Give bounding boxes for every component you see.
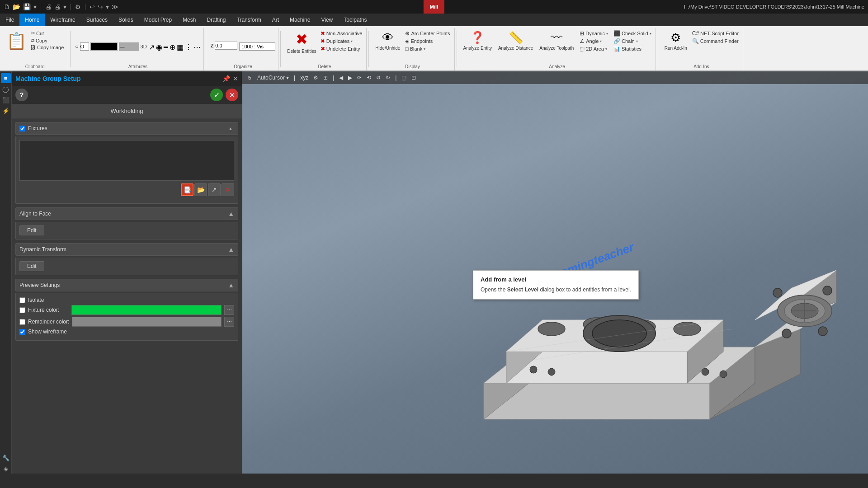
panel-pin-button[interactable]: 📌 — [222, 75, 230, 82]
paste-button[interactable]: 📋 — [5, 30, 28, 52]
color-bar[interactable] — [90, 42, 118, 51]
z-value-input[interactable] — [215, 42, 237, 50]
2d-area-drop-icon[interactable]: ▾ — [605, 47, 607, 51]
add-from-level-button[interactable]: 📑 — [181, 183, 193, 196]
print-icon[interactable]: 🖨 — [45, 3, 52, 10]
2d-area-button[interactable]: ⬚ 2D Area ▾ — [578, 45, 609, 52]
delete-entities-button[interactable]: ✖ Delete Entities — [285, 30, 318, 55]
undelete-button[interactable]: ✖ Undelete Entity — [319, 45, 363, 52]
vp-nav2[interactable]: ▶ — [346, 74, 354, 82]
fixtures-checkbox[interactable] — [19, 126, 25, 131]
menu-file[interactable]: File — [0, 14, 19, 26]
cancel-button[interactable]: ✕ — [226, 89, 238, 101]
menu-wireframe[interactable]: Wireframe — [45, 14, 80, 26]
fixture-color-swatch[interactable] — [71, 305, 222, 315]
dynamic-toggle-icon[interactable]: ▲ — [228, 246, 234, 253]
save-icon[interactable]: 💾 — [23, 3, 31, 10]
remainder-color-checkbox[interactable] — [19, 319, 25, 325]
analyze-entity-button[interactable]: ❓ Analyze Entity — [462, 30, 494, 52]
analyze-distance-button[interactable]: 📏 Analyze Distance — [496, 30, 535, 52]
align-toggle-icon[interactable]: ▲ — [228, 210, 234, 217]
print-dropdown-icon[interactable]: ▾ — [63, 3, 66, 10]
angle-button[interactable]: ∠ Angle ▾ — [578, 38, 609, 45]
add-from-file-button[interactable]: 📂 — [194, 183, 207, 196]
copy-image-button[interactable]: 🖼 Copy Image — [29, 44, 65, 51]
show-wireframe-checkbox[interactable] — [19, 329, 25, 335]
dynamic-button[interactable]: ⊞ Dynamic ▾ — [578, 30, 609, 37]
delete-fixture-button[interactable]: ✕ — [222, 183, 234, 196]
menu-home[interactable]: Home — [19, 14, 45, 26]
menu-view[interactable]: View — [316, 14, 338, 26]
vp-btn-cursor[interactable]: 🖱 — [245, 74, 254, 82]
viewport[interactable]: 🖱 AutoCursor ▾ | xyz ⚙ ⊞ | ◀ ▶ ⟳ ⟲ ↺ ↻ |… — [242, 71, 868, 474]
linetype-select[interactable]: — — [119, 42, 139, 51]
vp-auto-cursor[interactable]: AutoCursor ▾ — [255, 74, 291, 82]
open-icon[interactable]: 📂 — [13, 3, 20, 10]
settings-icon[interactable]: ⚙ — [75, 3, 81, 10]
vp-view1[interactable]: ⬚ — [400, 74, 408, 82]
new-icon[interactable]: 🗋 — [4, 3, 10, 10]
chain-button[interactable]: 🔗 Chain ▾ — [612, 38, 653, 45]
more-icon[interactable]: ≫ — [112, 3, 118, 10]
vp-axis[interactable]: xyz — [298, 74, 310, 82]
cut-button[interactable]: ✂ Cut — [29, 30, 65, 37]
hide-unhide-button[interactable]: 👁 Hide/Unhide — [373, 30, 402, 52]
left-icon-shapes[interactable]: ◯ — [1, 84, 11, 94]
vp-nav5[interactable]: ↺ — [374, 74, 382, 82]
help-button[interactable]: ? — [15, 89, 28, 101]
dynamic-drop-icon[interactable]: ▾ — [606, 32, 608, 36]
isolate-checkbox[interactable] — [19, 297, 25, 303]
redo-icon[interactable]: ↪ — [98, 3, 103, 10]
menu-drafting[interactable]: Drafting — [201, 14, 231, 26]
left-icon-solid[interactable]: ⬛ — [1, 95, 11, 105]
net-script-button[interactable]: C# NET-Script Editor — [691, 30, 740, 37]
left-icon-layers[interactable]: ≡ — [1, 73, 11, 83]
level-input[interactable] — [80, 42, 89, 51]
menu-transform[interactable]: Transform — [231, 14, 267, 26]
preview-toggle-icon[interactable]: ▲ — [228, 282, 234, 289]
check-solid-drop-icon[interactable]: ▾ — [650, 32, 651, 36]
arc-center-points-button[interactable]: ⊕ Arc Center Points — [404, 30, 451, 37]
menu-machine[interactable]: Machine — [284, 14, 316, 26]
fixtures-scroll-up-icon[interactable]: ▲ — [227, 125, 234, 132]
remainder-color-picker-button[interactable]: ⋯ — [224, 317, 234, 327]
align-section-header[interactable]: Align to Face ▲ — [15, 207, 238, 220]
dynamic-section-header[interactable]: Dynamic Transform ▲ — [15, 243, 238, 256]
check-solid-button[interactable]: ⬛ Check Solid ▾ — [612, 30, 653, 37]
panel-close-button[interactable]: ✕ — [233, 75, 238, 82]
dynamic-edit-button[interactable]: Edit — [19, 261, 44, 271]
print-preview-icon[interactable]: 🖨 — [54, 3, 61, 10]
menu-solids[interactable]: Solids — [113, 14, 139, 26]
angle-drop-icon[interactable]: ▾ — [600, 39, 602, 43]
analyze-toolpath-button[interactable]: 〰 Analyze Toolpath — [538, 30, 576, 52]
vp-view2[interactable]: ⊡ — [410, 74, 418, 82]
endpoints-button[interactable]: ◈ Endpoints — [404, 38, 451, 45]
left-icon-materials[interactable]: ◈ — [1, 464, 11, 474]
left-icon-tools[interactable]: 🔧 — [1, 453, 11, 463]
menu-mesh[interactable]: Mesh — [177, 14, 201, 26]
duplicates-button[interactable]: ✖ Duplicates ▾ — [319, 38, 363, 45]
vp-nav4[interactable]: ⟲ — [365, 74, 373, 82]
left-icon-toolpath[interactable]: ⚡ — [1, 106, 11, 116]
fixtures-section-header[interactable]: Fixtures ▲ — [15, 122, 238, 135]
copy-button[interactable]: ⧉ Copy — [29, 37, 65, 44]
menu-art[interactable]: Art — [267, 14, 284, 26]
save-dropdown-icon[interactable]: ▾ — [33, 3, 37, 10]
blank-button[interactable]: □ Blank ▾ — [404, 45, 451, 52]
menu-toolpaths[interactable]: Toolpaths — [338, 14, 372, 26]
vp-nav6[interactable]: ↻ — [384, 74, 392, 82]
transform-fixture-button[interactable]: ↗ — [208, 183, 221, 196]
menu-modelprep[interactable]: Model Prep — [139, 14, 177, 26]
fixture-color-picker-button[interactable]: ⋯ — [224, 305, 234, 315]
command-finder-button[interactable]: 🔍 Command Finder — [691, 38, 740, 45]
vp-nav3[interactable]: ⟳ — [355, 74, 363, 82]
run-addin-button[interactable]: ⚙ Run Add-In — [663, 30, 689, 52]
undo-icon[interactable]: ↩ — [90, 3, 95, 10]
speed-select[interactable]: 1000 : Vis — [239, 42, 275, 51]
panel-content[interactable]: Fixtures ▲ 📑 📂 ↗ — [12, 118, 242, 474]
non-associative-button[interactable]: ✖ Non-Associative — [319, 30, 363, 37]
preview-section-header[interactable]: Preview Settings ▲ — [15, 279, 238, 291]
undo-dropdown-icon[interactable]: ▾ — [106, 3, 109, 10]
align-edit-button[interactable]: Edit — [19, 225, 44, 235]
fixture-color-checkbox[interactable] — [19, 307, 25, 313]
